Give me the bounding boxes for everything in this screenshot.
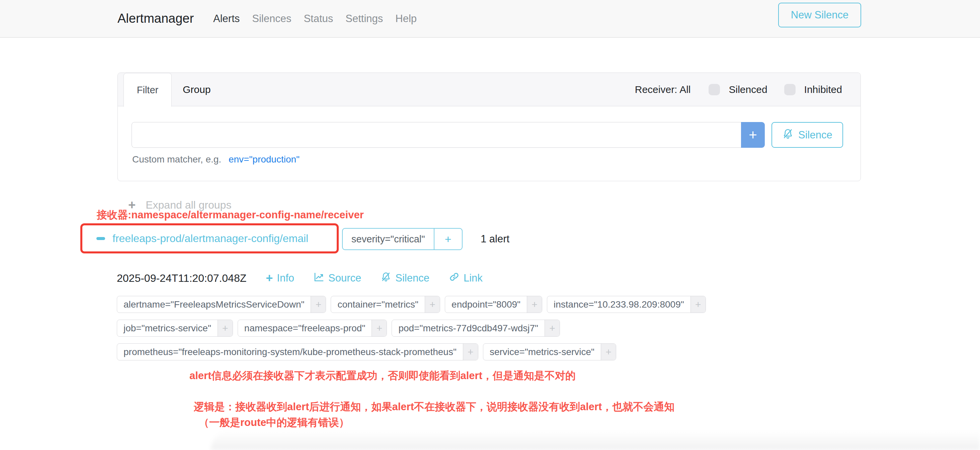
link-action[interactable]: Link xyxy=(449,271,483,285)
annotation-receiver-note: 接收器:namespace/altermanager-config-name/r… xyxy=(97,208,364,222)
nav-item-status[interactable]: Status xyxy=(304,13,333,25)
filter-panel: Filter Group Receiver: All Silenced Inhi… xyxy=(118,73,861,181)
inhibited-label[interactable]: Inhibited xyxy=(804,84,842,95)
matcher-hint: Custom matcher, e.g. env="production" xyxy=(132,154,299,165)
silenced-checkbox[interactable] xyxy=(708,84,720,95)
silence-filter-label: Silence xyxy=(798,129,832,141)
label-tag: service="metrics-service"+ xyxy=(483,343,616,360)
alert-timestamp: 2025-09-24T11:20:07.048Z xyxy=(117,272,247,285)
label-text: alertname="FreeleapsMetricsServiceDown" xyxy=(117,296,310,312)
hint-example-link[interactable]: env="production" xyxy=(229,154,299,165)
group-matcher-add-button[interactable]: + xyxy=(434,229,462,249)
label-row: prometheus="freeleaps-monitoring-system/… xyxy=(117,343,616,360)
annotation-note-3: （一般是route中的逻辑有错误） xyxy=(199,415,349,429)
hint-text: Custom matcher, e.g. xyxy=(132,154,221,165)
group-matcher-label: severity="critical" xyxy=(343,229,434,249)
label-text: instance="10.233.98.209:8009" xyxy=(547,296,690,312)
filter-options: Receiver: All Silenced Inhibited xyxy=(635,73,842,106)
main-nav: Alerts Silences Status Settings Help xyxy=(213,13,417,25)
label-text: pod="metrics-77d9cdb497-wdsj7" xyxy=(392,320,544,336)
label-row: job="metrics-service"+ namespace="freele… xyxy=(117,320,560,337)
inhibited-checkbox[interactable] xyxy=(784,84,795,95)
bottom-shadow xyxy=(211,431,980,450)
info-action[interactable]: + Info xyxy=(266,272,294,284)
matcher-bar: + Silence xyxy=(132,122,843,148)
label-tag: container="metrics"+ xyxy=(331,296,440,313)
tab-filter[interactable]: Filter xyxy=(124,73,172,107)
label-tag: endpoint="8009"+ xyxy=(445,296,542,313)
add-matcher-button[interactable]: + xyxy=(741,122,765,148)
group-collapse-toggle[interactable]: freeleaps-prod/alertmanager-config/email xyxy=(96,232,308,245)
label-add-button[interactable]: + xyxy=(372,320,387,336)
bell-slash-icon xyxy=(782,128,794,142)
source-action-label: Source xyxy=(328,272,361,284)
label-text: endpoint="8009" xyxy=(445,296,527,312)
nav-item-alerts[interactable]: Alerts xyxy=(213,13,240,25)
label-row: alertname="FreeleapsMetricsServiceDown"+… xyxy=(117,296,706,313)
minus-icon xyxy=(96,237,105,240)
new-silence-button[interactable]: New Silence xyxy=(778,3,861,27)
silence-filter-button[interactable]: Silence xyxy=(772,122,843,148)
label-add-button[interactable]: + xyxy=(218,320,232,336)
label-tag: instance="10.233.98.209:8009"+ xyxy=(547,296,706,313)
label-tag: prometheus="freeleaps-monitoring-system/… xyxy=(117,343,478,360)
label-add-button[interactable]: + xyxy=(310,296,326,312)
link-action-label: Link xyxy=(463,272,483,284)
label-text: service="metrics-service" xyxy=(483,344,601,360)
silence-action[interactable]: Silence xyxy=(380,271,430,285)
nav-item-silences[interactable]: Silences xyxy=(252,13,291,25)
label-add-button[interactable]: + xyxy=(690,296,706,312)
tab-group[interactable]: Group xyxy=(183,73,210,106)
annotation-note-1: alert信息必须在接收器下才表示配置成功，否则即使能看到alert，但是通知是… xyxy=(189,369,576,383)
label-add-button[interactable]: + xyxy=(463,344,478,360)
label-text: job="metrics-service" xyxy=(117,320,218,336)
label-text: namespace="freeleaps-prod" xyxy=(238,320,372,336)
receiver-dropdown[interactable]: Receiver: All xyxy=(635,84,691,95)
label-tag: pod="metrics-77d9cdb497-wdsj7"+ xyxy=(391,320,560,337)
label-add-button[interactable]: + xyxy=(425,296,440,312)
nav-item-help[interactable]: Help xyxy=(395,13,417,25)
label-tag: job="metrics-service"+ xyxy=(117,320,233,337)
chart-icon xyxy=(313,271,325,285)
filter-panel-header: Filter Group Receiver: All Silenced Inhi… xyxy=(118,73,861,106)
label-tag: alertname="FreeleapsMetricsServiceDown"+ xyxy=(117,296,326,313)
silenced-label[interactable]: Silenced xyxy=(729,84,767,95)
top-navbar: Alertmanager Alerts Silences Status Sett… xyxy=(0,0,980,38)
alert-count: 1 alert xyxy=(480,233,509,245)
info-action-label: Info xyxy=(277,272,294,284)
group-receiver-link[interactable]: freeleaps-prod/alertmanager-config/email xyxy=(113,232,308,245)
source-action[interactable]: Source xyxy=(313,271,361,285)
bell-slash-icon xyxy=(380,271,391,285)
link-icon xyxy=(449,271,460,285)
silence-action-label: Silence xyxy=(395,272,430,284)
annotation-note-2: 逻辑是：接收器收到alert后进行通知，如果alert不在接收器下，说明接收器没… xyxy=(194,400,675,414)
label-tag: namespace="freeleaps-prod"+ xyxy=(238,320,387,337)
label-add-button[interactable]: + xyxy=(544,320,560,336)
matcher-input[interactable] xyxy=(132,122,741,148)
label-add-button[interactable]: + xyxy=(601,344,616,360)
nav-item-settings[interactable]: Settings xyxy=(345,13,383,25)
plus-icon: + xyxy=(266,272,273,284)
page: Alertmanager Alerts Silences Status Sett… xyxy=(0,0,980,450)
app-brand[interactable]: Alertmanager xyxy=(118,11,194,26)
annotation-highlight-box: freeleaps-prod/alertmanager-config/email xyxy=(80,223,339,254)
label-text: container="metrics" xyxy=(331,296,425,312)
alert-header-row: 2025-09-24T11:20:07.048Z + Info Source xyxy=(117,271,483,285)
label-add-button[interactable]: + xyxy=(527,296,542,312)
label-text: prometheus="freeleaps-monitoring-system/… xyxy=(117,344,463,360)
group-matcher-chip: severity="critical" + xyxy=(342,228,463,250)
